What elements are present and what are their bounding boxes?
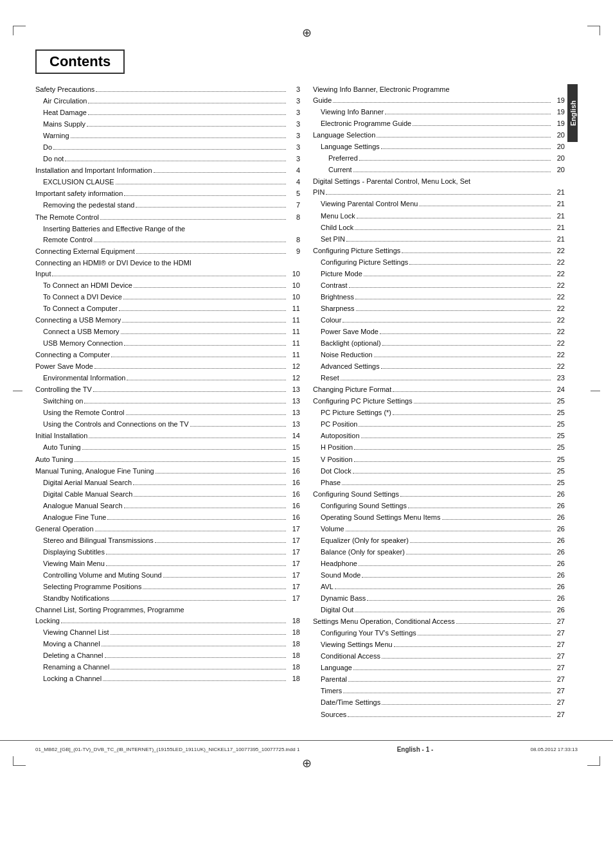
list-item: Heat Damage3 bbox=[35, 107, 300, 118]
toc-title: Electronic Programme Guide bbox=[321, 118, 411, 129]
list-item: To Connect an HDMI Device10 bbox=[35, 280, 300, 291]
toc-title-line2: Remote Control bbox=[43, 235, 93, 245]
toc-page-number: 17 bbox=[287, 547, 300, 558]
toc-page-number: 3 bbox=[287, 119, 300, 130]
toc-title: Viewing Info Banner bbox=[321, 107, 384, 118]
toc-title: Balance (Only for speaker) bbox=[321, 547, 405, 558]
toc-dots bbox=[103, 680, 286, 681]
list-item: Controlling the TV13 bbox=[35, 384, 300, 395]
toc-page-number: 10 bbox=[287, 292, 300, 303]
list-item: Important safety information5 bbox=[35, 188, 300, 199]
toc-dots bbox=[361, 438, 551, 438]
list-item: Do not3 bbox=[35, 154, 300, 164]
toc-title-line2: PIN bbox=[313, 187, 324, 198]
toc-page-number: 21 bbox=[552, 187, 565, 198]
toc-title: Preferred bbox=[328, 153, 358, 164]
top-center-mark: ⊕ bbox=[302, 26, 312, 40]
toc-dots bbox=[374, 357, 551, 357]
toc-dots bbox=[359, 426, 551, 427]
toc-page-number: 17 bbox=[287, 558, 300, 569]
right-side-mark bbox=[591, 391, 600, 391]
toc-page-number: 22 bbox=[552, 292, 565, 303]
toc-title: Auto Tuning bbox=[35, 454, 73, 465]
list-item: Colour22 bbox=[313, 315, 565, 326]
list-item: Viewing Info Banner19 bbox=[313, 107, 565, 118]
toc-page-number: 17 bbox=[287, 535, 300, 546]
list-item: Viewing Info Banner, Electronic Programm… bbox=[313, 84, 565, 106]
toc-title: Picture Mode bbox=[321, 269, 362, 279]
toc-title: Dot Clock bbox=[321, 466, 351, 477]
toc-page-number: 22 bbox=[552, 245, 565, 256]
toc-title: Analogue Fine Tune bbox=[43, 512, 106, 523]
toc-dots bbox=[87, 126, 286, 127]
toc-title: Deleting a Channel bbox=[43, 650, 103, 661]
toc-dots bbox=[154, 172, 286, 173]
toc-columns: Safety Precautions3Air Circulation3Heat … bbox=[35, 84, 578, 721]
toc-dots bbox=[94, 368, 286, 369]
toc-page-number: 9 bbox=[287, 246, 300, 257]
toc-page-number: 27 bbox=[552, 674, 565, 685]
toc-page-number: 25 bbox=[552, 419, 565, 430]
toc-dots bbox=[136, 207, 286, 208]
list-item: Equalizer (Only for speaker)26 bbox=[313, 535, 565, 546]
toc-page-number: 27 bbox=[552, 686, 565, 696]
toc-page-number: 15 bbox=[287, 454, 300, 465]
toc-dots bbox=[84, 403, 286, 403]
toc-title: Manual Tuning, Analogue Fine Tuning bbox=[35, 466, 154, 477]
toc-title: Installation and Important Information bbox=[35, 165, 152, 176]
toc-title: Configuring Picture Settings bbox=[313, 245, 400, 256]
toc-page-number: 21 bbox=[552, 222, 565, 233]
toc-title-line2: Locking bbox=[35, 616, 60, 626]
toc-page-number: 26 bbox=[552, 570, 565, 581]
toc-title: Dynamic Bass bbox=[321, 593, 366, 604]
toc-dots bbox=[133, 484, 286, 485]
list-item: Manual Tuning, Analogue Fine Tuning16 bbox=[35, 466, 300, 477]
toc-title: Displaying Subtitles bbox=[43, 547, 105, 558]
toc-page-number: 22 bbox=[552, 350, 565, 360]
list-item: Connecting External Equipment9 bbox=[35, 246, 300, 257]
toc-page-number: 22 bbox=[552, 338, 565, 349]
toc-title: Phase bbox=[321, 477, 341, 488]
list-item: Timers27 bbox=[313, 686, 565, 696]
toc-page-number: 18 bbox=[287, 662, 300, 673]
toc-title: Changing Picture Format bbox=[313, 384, 391, 395]
toc-title: Timers bbox=[321, 686, 342, 696]
list-item: Language Settings20 bbox=[313, 141, 565, 152]
toc-page-number: 3 bbox=[287, 107, 300, 118]
list-item: Initial Installation14 bbox=[35, 430, 300, 441]
toc-title: Advanced Settings bbox=[321, 361, 380, 372]
footer-bar: 01_MB62_[GB]_(01-TV)_DVB_TC_(IB_INTERNET… bbox=[0, 740, 613, 753]
toc-dots bbox=[134, 496, 286, 497]
list-item: Connecting a Computer11 bbox=[35, 350, 300, 360]
list-item: Conditional Access27 bbox=[313, 651, 565, 662]
toc-dots bbox=[356, 310, 551, 311]
toc-page-number: 15 bbox=[287, 442, 300, 453]
compass-bottom-icon: ⊕ bbox=[302, 756, 312, 770]
toc-title: Selecting Programme Positions bbox=[43, 581, 141, 592]
list-item: Warning3 bbox=[35, 130, 300, 141]
toc-title: H Position bbox=[321, 442, 353, 453]
toc-page-number: 12 bbox=[287, 373, 300, 384]
toc-title: Digital Out bbox=[321, 605, 353, 616]
list-item: Environmental Information12 bbox=[35, 373, 300, 384]
list-item: Operating Sound Settings Menu Items26 bbox=[313, 512, 565, 523]
list-item: Viewing Main Menu17 bbox=[35, 558, 300, 569]
toc-page-number: 26 bbox=[552, 489, 565, 500]
toc-dots bbox=[155, 542, 286, 543]
toc-title: Do bbox=[43, 142, 52, 153]
toc-dots bbox=[143, 589, 286, 589]
toc-title: Power Save Mode bbox=[35, 361, 93, 372]
toc-page-number: 10 bbox=[287, 269, 300, 279]
toc-page-number: 13 bbox=[287, 419, 300, 430]
toc-page-number: 16 bbox=[287, 477, 300, 488]
toc-title: To Connect a DVI Device bbox=[43, 292, 122, 303]
list-item: Advanced Settings22 bbox=[313, 361, 565, 372]
toc-page-number: 26 bbox=[552, 558, 565, 569]
list-item: Power Save Mode12 bbox=[35, 361, 300, 372]
toc-page-number: 13 bbox=[287, 407, 300, 418]
toc-title: Reset bbox=[321, 373, 339, 384]
list-item: Autoposition25 bbox=[313, 430, 565, 441]
toc-dots bbox=[348, 716, 551, 717]
toc-dots bbox=[382, 658, 551, 659]
toc-dots bbox=[190, 426, 286, 427]
